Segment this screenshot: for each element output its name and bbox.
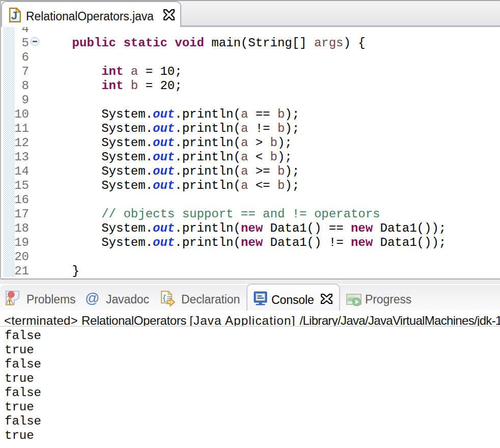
svg-text:J: J	[11, 9, 17, 22]
